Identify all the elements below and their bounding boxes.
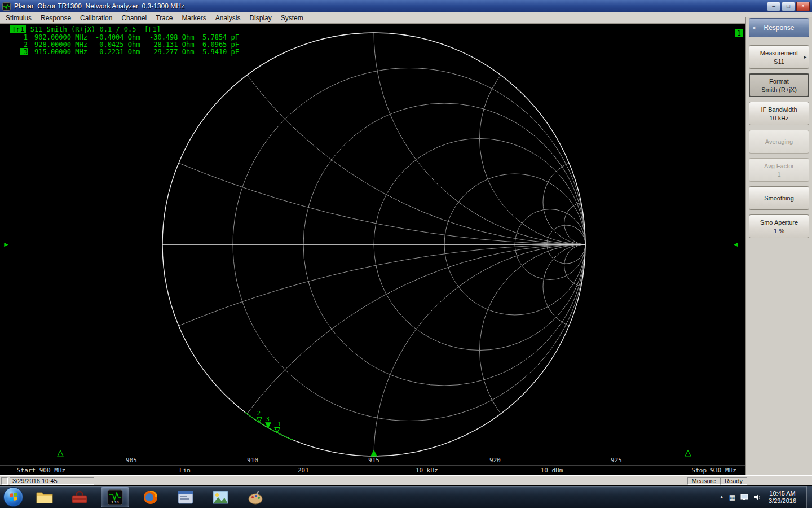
- freq-tick-label: 920: [489, 457, 501, 464]
- button-value: 1 %: [774, 227, 784, 234]
- taskbar-item-firefox[interactable]: [137, 488, 164, 507]
- marker-resistance: -0.0425 Ohm: [95, 41, 149, 48]
- button-label: Measurement: [760, 50, 798, 56]
- marker-readout-row: 2 928.00000 MHz -0.0425 Ohm -28.131 Ohm …: [20, 41, 239, 48]
- button-value: 1: [777, 171, 780, 178]
- chart-marker-label-1: 1: [277, 421, 281, 428]
- freq-tick-label: 925: [611, 457, 622, 464]
- button-value: Smith (R+jX): [761, 86, 797, 93]
- monitor-icon[interactable]: [740, 494, 748, 501]
- menu-trace[interactable]: Trace: [151, 13, 177, 23]
- tray-expand-icon[interactable]: ▲: [720, 494, 724, 500]
- windows-flag-icon: [10, 493, 17, 501]
- menu-display[interactable]: Display: [245, 13, 276, 23]
- axis-marker-triangle: [58, 450, 63, 456]
- restore-button[interactable]: □: [782, 2, 795, 11]
- speaker-icon[interactable]: [753, 494, 761, 501]
- menu-response[interactable]: Response: [36, 13, 76, 23]
- firefox-icon: [143, 489, 158, 505]
- minimize-button[interactable]: –: [767, 2, 780, 11]
- sidebar-button-smoothing[interactable]: Smoothing: [749, 186, 809, 210]
- marker-number: 1: [20, 33, 28, 41]
- menu-analysis[interactable]: Analysis: [211, 13, 245, 23]
- reactance-arc: [374, 244, 745, 475]
- button-value: 10 kHz: [769, 115, 788, 121]
- sidebar-header-label: Response: [764, 24, 794, 32]
- chart-area: 123 Tr1 S11 Smith (R+jX) 0.1 / 0.5 [F1] …: [0, 24, 745, 475]
- chart-marker-label-2: 2: [257, 410, 261, 417]
- button-label: Smo Aperture: [760, 219, 798, 226]
- stimulus-start: Start 900 MHz: [17, 467, 65, 474]
- marker-number: 3: [20, 48, 28, 55]
- taskbar-item-paint[interactable]: [242, 488, 269, 507]
- show-desktop-button[interactable]: [806, 486, 812, 508]
- sidebar-button-format[interactable]: Format Smith (R+jX): [749, 73, 809, 97]
- sidebar-button-smo-aperture[interactable]: Smo Aperture 1 %: [749, 214, 809, 238]
- marker-capacitance: 5.7854 pF: [202, 33, 239, 41]
- svg-text:1 10: 1 10: [111, 500, 119, 504]
- menu-system[interactable]: System: [276, 13, 308, 23]
- reactance-arc: [480, 244, 691, 456]
- marker-number: 2: [20, 41, 28, 48]
- freq-tick-label: 915: [368, 457, 379, 464]
- stimulus-power: -10 dBm: [537, 467, 563, 474]
- softkey-panel: ◄ Response Measurement S11 ► Format Smit…: [745, 17, 812, 475]
- window-title: Planar Obzor TR1300 Network Analyzer 0.3…: [14, 2, 184, 10]
- paint-palette-icon: [248, 490, 263, 505]
- menu-bar: Stimulus Response Calibration Channel Tr…: [0, 12, 812, 24]
- taskbar-item-analyzer[interactable]: 1 10: [101, 487, 129, 507]
- reactance-arc: [162, 24, 745, 244]
- stimulus-stop: Stop 930 MHz: [692, 467, 736, 474]
- marker-resistance: -0.2231 Ohm: [95, 48, 149, 55]
- stimulus-sweep-type: Lin: [179, 467, 191, 474]
- sidebar-header-response[interactable]: ◄ Response: [749, 18, 809, 37]
- button-label: IF Bandwidth: [761, 106, 797, 113]
- status-measure: Measure: [687, 477, 720, 485]
- right-reference-arrow-icon: ◄: [732, 241, 739, 248]
- menu-markers[interactable]: Markers: [177, 13, 210, 23]
- submenu-arrow-icon: ►: [803, 55, 807, 60]
- sidebar-button-if-bandwidth[interactable]: IF Bandwidth 10 kHz: [749, 102, 809, 125]
- button-label: Averaging: [765, 138, 793, 145]
- taskbar: 1 10: [0, 485, 812, 508]
- taskbar-item-photo-viewer[interactable]: [207, 488, 234, 507]
- start-button[interactable]: [3, 487, 23, 507]
- status-ready: Ready: [720, 477, 747, 485]
- marker-frequency: 928.00000 MHz: [34, 41, 95, 48]
- sidebar-button-measurement[interactable]: Measurement S11 ►: [749, 45, 809, 69]
- trace-badge: Tr1: [10, 25, 26, 33]
- sidebar-button-avg-factor[interactable]: Avg Factor 1: [749, 158, 809, 182]
- button-value: S11: [774, 58, 784, 65]
- stimulus-if-bandwidth: 10 kHz: [416, 467, 438, 474]
- window-titlebar: Planar Obzor TR1300 Network Analyzer 0.3…: [0, 0, 812, 12]
- close-button[interactable]: ×: [796, 2, 810, 11]
- taskbar-item-toolbox[interactable]: [66, 488, 93, 507]
- marker-reactance: -30.498 Ohm: [149, 33, 202, 41]
- axis-marker-triangle: [685, 450, 691, 456]
- menu-channel[interactable]: Channel: [117, 13, 151, 23]
- marker-readout-row: 1 902.00000 MHz -0.4004 Ohm -30.498 Ohm …: [20, 33, 239, 41]
- taskbar-item-explorer[interactable]: [31, 488, 58, 507]
- button-label: Smoothing: [764, 195, 794, 202]
- button-label: Format: [769, 78, 789, 85]
- sidebar-button-averaging[interactable]: Averaging: [749, 130, 809, 154]
- channel-badge: 1: [735, 29, 743, 37]
- marker-capacitance: 5.9410 pF: [202, 48, 239, 55]
- taskbar-clock[interactable]: 10:45 AM 3/29/2016: [769, 490, 796, 505]
- freq-tick-label: 910: [247, 457, 258, 464]
- taskbar-item-window-app[interactable]: [172, 488, 199, 507]
- stimulus-bar: Start 900 MHz Lin 201 10 kHz -10 dBm Sto…: [0, 465, 745, 475]
- stimulus-points: 201: [298, 467, 309, 474]
- chart-marker-label-3: 3: [266, 415, 270, 423]
- system-tray: ▲ ▦ 10:45 AM 3/29/2016: [720, 486, 812, 508]
- clock-time: 10:45 AM: [769, 490, 796, 497]
- reactance-arc: [480, 33, 691, 244]
- reactance-arc: [0, 24, 745, 244]
- toolbox-icon: [71, 491, 88, 504]
- menu-calibration[interactable]: Calibration: [76, 13, 117, 23]
- smith-chart: 123: [0, 24, 745, 475]
- marker-frequency: 915.00000 MHz: [34, 48, 95, 55]
- freq-tick-label: 905: [126, 457, 137, 464]
- network-icon[interactable]: ▦: [729, 494, 735, 501]
- menu-stimulus[interactable]: Stimulus: [1, 13, 36, 23]
